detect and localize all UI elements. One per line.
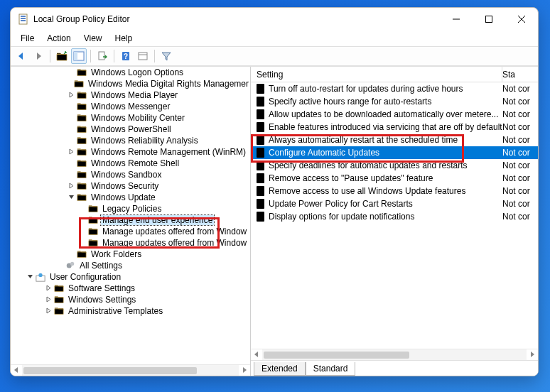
settings-icon: [65, 261, 76, 271]
setting-label: Configure Automatic Updates: [269, 148, 502, 158]
chevron-down-icon[interactable]: [25, 271, 35, 283]
setting-row[interactable]: Turn off auto-restart for updates during…: [251, 82, 538, 95]
setting-row[interactable]: Remove access to "Pause updates" feature…: [251, 172, 538, 185]
menu-file[interactable]: File: [15, 32, 40, 45]
tab-extended[interactable]: Extended: [254, 362, 306, 376]
tree-item[interactable]: Windows Remote Shell: [11, 158, 250, 169]
tree-item-label: All Settings: [78, 261, 124, 271]
setting-icon: [255, 211, 266, 222]
tree-item[interactable]: User Configuration: [11, 271, 250, 283]
setting-row[interactable]: Enable features introduced via servicing…: [251, 121, 538, 134]
setting-state: Not cor: [502, 109, 538, 119]
show-tree-button[interactable]: [71, 48, 87, 64]
tree-item-label: Windows Media Digital Rights Managemer: [87, 79, 250, 89]
menu-view[interactable]: View: [78, 32, 108, 45]
forward-button[interactable]: [31, 48, 46, 64]
content: Windows Logon OptionsWindows Media Digit…: [11, 66, 538, 376]
tree-item[interactable]: Windows Media Player: [11, 89, 250, 101]
setting-icon: [255, 147, 266, 158]
tree-item[interactable]: Windows Security: [11, 180, 250, 192]
list-header[interactable]: Setting Sta: [251, 67, 538, 82]
back-button[interactable]: [14, 48, 29, 64]
chevron-right-icon[interactable]: [43, 294, 53, 305]
tree-item[interactable]: Windows Remote Management (WinRM): [11, 146, 250, 158]
tree-item-label: Windows Sandbox: [90, 170, 163, 180]
tree-item[interactable]: Manage updates offered from Window: [11, 237, 250, 249]
setting-row[interactable]: Specify deadlines for automatic updates …: [251, 159, 538, 172]
tree-item[interactable]: Work Folders: [11, 249, 250, 260]
setting-row[interactable]: Display options for update notifications…: [251, 210, 538, 223]
window: Local Group Policy Editor File Action Vi…: [10, 7, 539, 376]
chevron-down-icon[interactable]: [66, 192, 76, 203]
list-hscroll[interactable]: [251, 349, 538, 360]
setting-row[interactable]: Configure Automatic UpdatesNot cor: [251, 146, 538, 159]
setting-label: Specify deadlines for automatic updates …: [269, 160, 502, 170]
folder-icon: [76, 113, 87, 123]
chevron-right-icon[interactable]: [43, 305, 53, 317]
help-button[interactable]: ?: [118, 48, 134, 64]
tree-item[interactable]: Windows Update: [11, 192, 250, 203]
folder-icon: [76, 136, 87, 146]
tree-item[interactable]: Administrative Templates: [11, 305, 250, 317]
tree-item[interactable]: Windows PowerShell: [11, 124, 250, 135]
col-setting[interactable]: Setting: [251, 70, 502, 80]
chevron-right-icon[interactable]: [66, 89, 76, 101]
setting-state: Not cor: [502, 199, 538, 209]
filter-button[interactable]: [158, 48, 174, 64]
tree-item[interactable]: Windows Media Digital Rights Managemer: [11, 78, 250, 89]
setting-icon: [255, 185, 266, 197]
tree-item[interactable]: All Settings: [11, 260, 250, 271]
setting-icon: [255, 83, 266, 94]
menu-help[interactable]: Help: [109, 32, 139, 45]
up-button[interactable]: [54, 48, 70, 64]
setting-icon: [255, 134, 266, 146]
properties-button[interactable]: [135, 48, 151, 64]
setting-row[interactable]: Update Power Policy for Cart RestartsNot…: [251, 197, 538, 210]
tab-standard[interactable]: Standard: [306, 362, 356, 376]
tree-item-label: Windows Security: [90, 181, 160, 191]
tree-item[interactable]: Windows Messenger: [11, 101, 250, 112]
setting-label: Update Power Policy for Cart Restarts: [269, 199, 502, 209]
tree-item[interactable]: Windows Logon Options: [11, 67, 250, 78]
setting-icon: [255, 173, 266, 184]
list-body[interactable]: Turn off auto-restart for updates during…: [251, 82, 538, 349]
chevron-right-icon[interactable]: [66, 146, 76, 158]
setting-row[interactable]: Specify active hours range for auto-rest…: [251, 95, 538, 108]
tree-item[interactable]: Windows Mobility Center: [11, 112, 250, 124]
folder-icon: [76, 158, 87, 168]
tree-item[interactable]: Software Settings: [11, 283, 250, 294]
tree-pane[interactable]: Windows Logon OptionsWindows Media Digit…: [11, 67, 251, 376]
minimize-button[interactable]: [440, 8, 473, 31]
setting-label: Always automatically restart at the sche…: [269, 135, 502, 145]
tree-item-label: Windows Logon Options: [90, 67, 185, 77]
tree-item-label: Manage updates offered from Window: [101, 238, 248, 248]
titlebar[interactable]: Local Group Policy Editor: [11, 8, 538, 31]
tree-item[interactable]: Windows Settings: [11, 294, 250, 305]
tree-item-label: Manage end user experience: [101, 215, 214, 225]
menu-action[interactable]: Action: [41, 32, 76, 45]
tree-item[interactable]: Windows Reliability Analysis: [11, 135, 250, 146]
folder-icon: [76, 124, 87, 134]
chevron-right-icon[interactable]: [66, 180, 76, 192]
folder-icon: [87, 204, 99, 214]
tree-item[interactable]: Legacy Policies: [11, 203, 250, 214]
close-button[interactable]: [505, 8, 538, 31]
setting-icon: [255, 96, 266, 107]
folder-icon: [53, 283, 65, 293]
setting-state: Not cor: [502, 148, 538, 158]
setting-row[interactable]: Always automatically restart at the sche…: [251, 134, 538, 146]
tree-item[interactable]: Windows Sandbox: [11, 169, 250, 180]
setting-state: Not cor: [502, 122, 538, 132]
export-button[interactable]: [95, 48, 110, 64]
tree-item-label: Windows PowerShell: [90, 124, 173, 134]
col-state[interactable]: Sta: [502, 70, 538, 80]
tree-item[interactable]: Manage end user experience: [11, 214, 250, 226]
setting-row[interactable]: Remove access to use all Windows Update …: [251, 185, 538, 197]
maximize-button[interactable]: [473, 8, 505, 31]
tree-item[interactable]: Manage updates offered from Window: [11, 226, 250, 237]
chevron-right-icon[interactable]: [43, 283, 53, 294]
folder-icon: [76, 170, 87, 180]
setting-row[interactable]: Allow updates to be downloaded automatic…: [251, 108, 538, 121]
folder-icon: [76, 102, 87, 111]
tree-hscroll[interactable]: [11, 364, 250, 376]
